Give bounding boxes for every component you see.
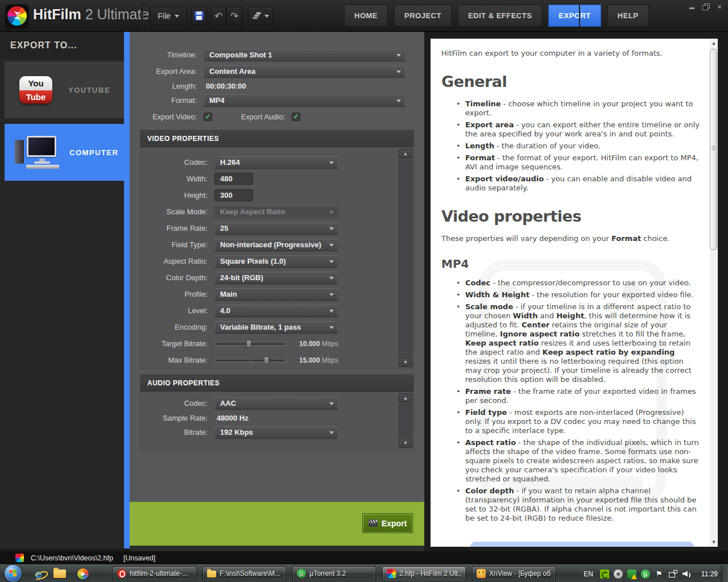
save-icon [195,11,204,20]
export-button[interactable]: Export [362,513,413,533]
sidebar-item-computer[interactable]: COMPUTER [5,124,124,181]
export-action-bar: Export [130,502,424,546]
undo-button[interactable]: ↶ [210,7,226,25]
section-title: VIDEO PROPERTIES [140,130,413,147]
frame-rate-dropdown[interactable]: 25 [214,222,338,234]
layout-menu-button[interactable] [248,7,273,25]
scroll-down-icon[interactable]: ▼ [710,538,718,547]
export-video-label: Export Video: [130,113,204,121]
explorer-folder-icon[interactable] [53,569,66,578]
close-button[interactable]: × [715,3,723,10]
export-audio-checkbox[interactable]: ✓ [292,113,300,121]
scroll-up-icon[interactable]: ▲ [710,39,718,48]
help-bold-text: Ignore aspect ratio [500,330,580,338]
chevron-down-icon [396,99,401,102]
help-heading: Video properties [441,207,701,225]
utorrent-tray-icon[interactable]: µ [641,569,650,579]
antivirus-warning-icon[interactable] [627,569,636,579]
start-button[interactable] [5,565,22,582]
width-input[interactable]: 480 [214,173,253,185]
dropdown-value: 192 Kbps [220,428,253,436]
level-dropdown[interactable]: 4.0 [214,305,338,317]
app-title-primary: HitFilm [33,6,81,22]
punto-switcher-icon[interactable] [614,569,623,579]
help-bullet: Timeline - choose which timeline in your… [456,99,701,118]
export-area-dropdown[interactable]: Content Area [204,65,406,77]
sidebar-item-label: YOUTUBE [68,86,110,94]
taskbar-button[interactable]: F:\inst\Software\M... [202,566,286,581]
nav-tab-project[interactable]: PROJECT [394,5,452,27]
form-row: Max Bitrate:15.000Mbps [140,352,413,368]
network-status-icon[interactable] [668,569,677,579]
media-player-icon[interactable] [77,568,89,580]
slider-track[interactable] [214,339,286,348]
encoding-dropdown[interactable]: Variable Bitrate, 1 pass [214,321,338,333]
scroll-track[interactable] [399,160,412,356]
title-bar: HitFilm2 Ultimate File ↶ ↷ HOMEPROJECTED… [0,0,728,32]
scroll-track[interactable] [399,404,412,437]
taskbar-buttons: hitfilm-2-ultimate-...F:\inst\Software\M… [113,566,556,581]
timeline-dropdown[interactable]: Composite Shot 1 [204,49,406,61]
action-center-flag-icon[interactable]: ⚑ [655,569,664,579]
nav-tab-edit-effects[interactable]: EDIT & EFFECTS [458,5,542,27]
help-bold-text: Timeline [465,99,501,108]
restore-button[interactable] [702,3,710,10]
help-text: stretches it to fill the frame, [580,330,685,338]
help-bold-text: Format [611,234,641,243]
taskbar-button[interactable]: 2.hfp - HitFilm 2 Ult... [382,566,466,581]
audio-bitrate-dropdown[interactable]: 192 Kbps [214,426,338,438]
max-bitrate-slider: 15.000Mbps [214,356,338,365]
slider-track[interactable] [214,356,286,365]
chevron-down-icon [329,277,334,280]
help-scrollbar[interactable]: ▲ ▼ [710,39,718,547]
scroll-thumb[interactable] [710,49,717,250]
help-bold-text: Aspect ratio [465,438,516,447]
export-video-checkbox[interactable]: ✓ [204,113,212,121]
slider-thumb[interactable] [264,356,269,364]
codec-dropdown[interactable]: H.264 [214,156,338,168]
internet-explorer-icon[interactable]: e [35,568,42,580]
format-dropdown[interactable]: MP4 [204,94,406,106]
redo-button[interactable]: ↷ [226,7,242,25]
nav-tab-export[interactable]: EXPORT [548,5,601,27]
nvidia-settings-icon[interactable] [600,569,609,579]
field-label: Codec: [140,158,214,167]
scroll-up-icon[interactable]: ▲ [399,393,412,403]
dropdown-value: Non-interlaced (Progressive) [220,240,321,249]
taskbar-button[interactable]: µµTorrent 3.2 [292,566,376,581]
volume-icon[interactable] [682,569,691,579]
taskbar-clock[interactable]: 11:29 [701,570,718,578]
field-label: Timeline: [130,51,204,59]
slider-tick [285,341,286,347]
language-indicator[interactable]: EN [584,570,593,578]
system-tray: EN µ⚑ 11:29 [584,565,718,582]
height-input[interactable]: 300 [214,189,253,201]
audio-section-scrollbar[interactable]: ▲ ▼ [399,393,412,448]
file-menu-button[interactable]: File [150,7,187,25]
quick-launch: e [35,565,89,582]
youtube-logo-top: You [19,76,52,90]
save-button[interactable] [191,7,207,25]
taskbar-button[interactable]: XnView - [Буфер об... [472,566,556,581]
video-section-scrollbar[interactable]: ▲ ▼ [399,149,412,367]
scroll-down-icon[interactable]: ▼ [399,438,412,448]
color-depth-dropdown[interactable]: 24-bit (RGB) [214,272,338,284]
show-desktop-button[interactable] [721,565,728,582]
aspect-ratio-dropdown[interactable]: Square Pixels (1.0) [214,255,338,267]
taskbar-button[interactable]: hitfilm-2-ultimate-... [113,566,196,581]
nav-tab-home[interactable]: HOME [344,5,388,27]
chevron-down-icon [264,15,269,18]
field-type-dropdown[interactable]: Non-interlaced (Progressive) [214,239,338,251]
taskbar-button-label: XnView - [Буфер об... [489,569,551,577]
sidebar-item-youtube[interactable]: You Tube YOUTUBE [5,61,124,118]
utorrent-icon: µ [297,569,306,578]
audio-codec-dropdown[interactable]: AAC [214,397,338,409]
help-bold-text: Width [513,311,538,320]
scroll-up-icon[interactable]: ▲ [399,149,412,159]
profile-dropdown[interactable]: Main [214,288,338,300]
slider-thumb[interactable] [246,340,251,348]
scroll-down-icon[interactable]: ▼ [399,357,412,367]
nav-tab-help[interactable]: HELP [607,5,649,27]
minimize-button[interactable] [688,3,696,10]
dropdown-value: Square Pixels (1.0) [220,257,286,265]
